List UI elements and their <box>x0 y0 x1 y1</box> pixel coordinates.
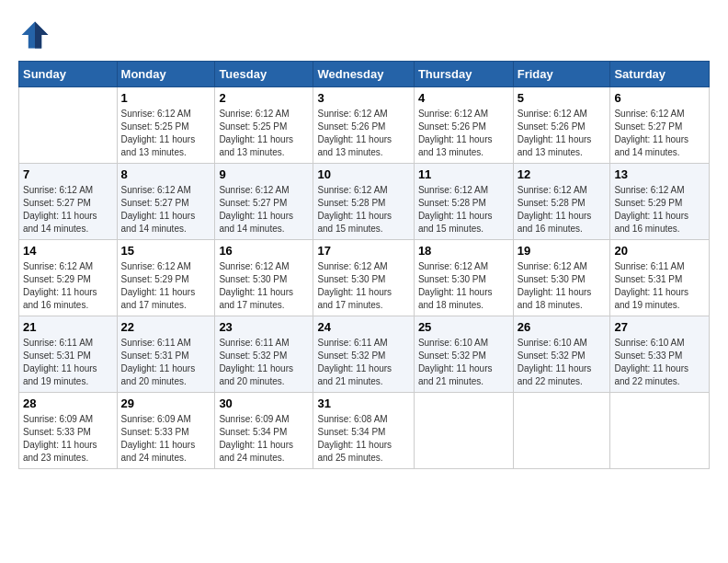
calendar-cell: 25Sunrise: 6:10 AM Sunset: 5:32 PM Dayli… <box>414 316 513 393</box>
calendar-week-row: 14Sunrise: 6:12 AM Sunset: 5:29 PM Dayli… <box>19 240 710 316</box>
calendar-cell <box>19 87 118 164</box>
calendar-cell: 5Sunrise: 6:12 AM Sunset: 5:26 PM Daylig… <box>513 87 610 164</box>
day-detail: Sunrise: 6:12 AM Sunset: 5:29 PM Dayligh… <box>121 260 211 312</box>
day-number: 30 <box>219 396 309 410</box>
day-detail: Sunrise: 6:12 AM Sunset: 5:29 PM Dayligh… <box>23 260 113 312</box>
day-detail: Sunrise: 6:09 AM Sunset: 5:34 PM Dayligh… <box>219 413 309 465</box>
day-number: 7 <box>23 167 113 181</box>
day-number: 13 <box>614 167 705 181</box>
day-detail: Sunrise: 6:11 AM Sunset: 5:31 PM Dayligh… <box>614 260 705 312</box>
day-number: 4 <box>418 91 509 105</box>
calendar-cell: 1Sunrise: 6:12 AM Sunset: 5:25 PM Daylig… <box>117 87 215 164</box>
calendar-cell: 14Sunrise: 6:12 AM Sunset: 5:29 PM Dayli… <box>19 240 118 316</box>
calendar-cell: 8Sunrise: 6:12 AM Sunset: 5:27 PM Daylig… <box>117 164 215 240</box>
calendar-cell: 27Sunrise: 6:10 AM Sunset: 5:33 PM Dayli… <box>610 316 710 393</box>
svg-marker-1 <box>35 22 48 49</box>
day-detail: Sunrise: 6:11 AM Sunset: 5:31 PM Dayligh… <box>121 337 211 388</box>
day-number: 11 <box>418 167 509 181</box>
day-number: 31 <box>317 396 409 410</box>
day-number: 21 <box>23 320 113 334</box>
weekday-header: Friday <box>513 62 610 87</box>
calendar-week-row: 7Sunrise: 6:12 AM Sunset: 5:27 PM Daylig… <box>19 164 710 240</box>
weekday-header: Thursday <box>414 62 513 87</box>
day-number: 24 <box>317 320 409 334</box>
weekday-header: Sunday <box>19 62 118 87</box>
weekday-header: Wednesday <box>313 62 414 87</box>
logo-icon <box>18 18 51 52</box>
day-number: 6 <box>614 91 705 105</box>
logo <box>18 18 55 52</box>
calendar-cell: 9Sunrise: 6:12 AM Sunset: 5:27 PM Daylig… <box>215 164 313 240</box>
day-detail: Sunrise: 6:10 AM Sunset: 5:33 PM Dayligh… <box>614 337 705 388</box>
day-detail: Sunrise: 6:12 AM Sunset: 5:27 PM Dayligh… <box>121 184 211 236</box>
calendar-cell: 26Sunrise: 6:10 AM Sunset: 5:32 PM Dayli… <box>513 316 610 393</box>
calendar-cell: 20Sunrise: 6:11 AM Sunset: 5:31 PM Dayli… <box>610 240 710 316</box>
day-number: 20 <box>614 244 705 258</box>
calendar-cell: 30Sunrise: 6:09 AM Sunset: 5:34 PM Dayli… <box>215 393 313 469</box>
day-number: 1 <box>121 91 211 105</box>
calendar-cell: 4Sunrise: 6:12 AM Sunset: 5:26 PM Daylig… <box>414 87 513 164</box>
day-detail: Sunrise: 6:12 AM Sunset: 5:26 PM Dayligh… <box>518 108 607 159</box>
day-number: 27 <box>614 320 705 334</box>
day-detail: Sunrise: 6:12 AM Sunset: 5:30 PM Dayligh… <box>518 260 607 312</box>
calendar-cell: 31Sunrise: 6:08 AM Sunset: 5:34 PM Dayli… <box>313 393 414 469</box>
day-number: 23 <box>219 320 309 334</box>
calendar-cell: 2Sunrise: 6:12 AM Sunset: 5:25 PM Daylig… <box>215 87 313 164</box>
calendar-cell: 11Sunrise: 6:12 AM Sunset: 5:28 PM Dayli… <box>414 164 513 240</box>
day-detail: Sunrise: 6:10 AM Sunset: 5:32 PM Dayligh… <box>418 337 509 388</box>
day-number: 18 <box>418 244 509 258</box>
page-header <box>18 18 710 52</box>
day-detail: Sunrise: 6:10 AM Sunset: 5:32 PM Dayligh… <box>518 337 607 388</box>
day-detail: Sunrise: 6:11 AM Sunset: 5:31 PM Dayligh… <box>23 337 113 388</box>
day-number: 19 <box>518 244 607 258</box>
calendar-cell: 7Sunrise: 6:12 AM Sunset: 5:27 PM Daylig… <box>19 164 118 240</box>
calendar-cell: 12Sunrise: 6:12 AM Sunset: 5:28 PM Dayli… <box>513 164 610 240</box>
day-number: 25 <box>418 320 509 334</box>
calendar-cell: 24Sunrise: 6:11 AM Sunset: 5:32 PM Dayli… <box>313 316 414 393</box>
day-detail: Sunrise: 6:12 AM Sunset: 5:26 PM Dayligh… <box>317 108 409 159</box>
calendar-cell: 29Sunrise: 6:09 AM Sunset: 5:33 PM Dayli… <box>117 393 215 469</box>
day-detail: Sunrise: 6:09 AM Sunset: 5:33 PM Dayligh… <box>121 413 211 465</box>
weekday-header: Tuesday <box>215 62 313 87</box>
day-number: 16 <box>219 244 309 258</box>
calendar-cell: 16Sunrise: 6:12 AM Sunset: 5:30 PM Dayli… <box>215 240 313 316</box>
day-detail: Sunrise: 6:12 AM Sunset: 5:30 PM Dayligh… <box>219 260 309 312</box>
calendar-cell: 22Sunrise: 6:11 AM Sunset: 5:31 PM Dayli… <box>117 316 215 393</box>
day-number: 8 <box>121 167 211 181</box>
day-detail: Sunrise: 6:12 AM Sunset: 5:30 PM Dayligh… <box>418 260 509 312</box>
calendar-cell: 18Sunrise: 6:12 AM Sunset: 5:30 PM Dayli… <box>414 240 513 316</box>
day-detail: Sunrise: 6:12 AM Sunset: 5:27 PM Dayligh… <box>23 184 113 236</box>
day-number: 9 <box>219 167 309 181</box>
day-number: 22 <box>121 320 211 334</box>
day-number: 17 <box>317 244 409 258</box>
day-number: 26 <box>518 320 607 334</box>
day-detail: Sunrise: 6:12 AM Sunset: 5:26 PM Dayligh… <box>418 108 509 159</box>
day-detail: Sunrise: 6:12 AM Sunset: 5:29 PM Dayligh… <box>614 184 705 236</box>
day-detail: Sunrise: 6:09 AM Sunset: 5:33 PM Dayligh… <box>23 413 113 465</box>
weekday-header: Saturday <box>610 62 710 87</box>
calendar-cell: 23Sunrise: 6:11 AM Sunset: 5:32 PM Dayli… <box>215 316 313 393</box>
day-detail: Sunrise: 6:12 AM Sunset: 5:25 PM Dayligh… <box>121 108 211 159</box>
calendar-cell: 10Sunrise: 6:12 AM Sunset: 5:28 PM Dayli… <box>313 164 414 240</box>
weekday-header: Monday <box>117 62 215 87</box>
day-detail: Sunrise: 6:11 AM Sunset: 5:32 PM Dayligh… <box>317 337 409 388</box>
calendar-cell: 6Sunrise: 6:12 AM Sunset: 5:27 PM Daylig… <box>610 87 710 164</box>
calendar-week-row: 21Sunrise: 6:11 AM Sunset: 5:31 PM Dayli… <box>19 316 710 393</box>
day-number: 3 <box>317 91 409 105</box>
calendar-cell: 17Sunrise: 6:12 AM Sunset: 5:30 PM Dayli… <box>313 240 414 316</box>
day-detail: Sunrise: 6:12 AM Sunset: 5:28 PM Dayligh… <box>518 184 607 236</box>
calendar-week-row: 28Sunrise: 6:09 AM Sunset: 5:33 PM Dayli… <box>19 393 710 469</box>
calendar-cell: 28Sunrise: 6:09 AM Sunset: 5:33 PM Dayli… <box>19 393 118 469</box>
day-number: 29 <box>121 396 211 410</box>
weekday-header-row: SundayMondayTuesdayWednesdayThursdayFrid… <box>19 62 710 87</box>
day-detail: Sunrise: 6:11 AM Sunset: 5:32 PM Dayligh… <box>219 337 309 388</box>
day-detail: Sunrise: 6:12 AM Sunset: 5:27 PM Dayligh… <box>219 184 309 236</box>
calendar-cell <box>610 393 710 469</box>
day-number: 28 <box>23 396 113 410</box>
day-number: 15 <box>121 244 211 258</box>
day-detail: Sunrise: 6:12 AM Sunset: 5:28 PM Dayligh… <box>418 184 509 236</box>
day-number: 2 <box>219 91 309 105</box>
calendar-cell: 15Sunrise: 6:12 AM Sunset: 5:29 PM Dayli… <box>117 240 215 316</box>
calendar-cell: 19Sunrise: 6:12 AM Sunset: 5:30 PM Dayli… <box>513 240 610 316</box>
day-detail: Sunrise: 6:12 AM Sunset: 5:27 PM Dayligh… <box>614 108 705 159</box>
